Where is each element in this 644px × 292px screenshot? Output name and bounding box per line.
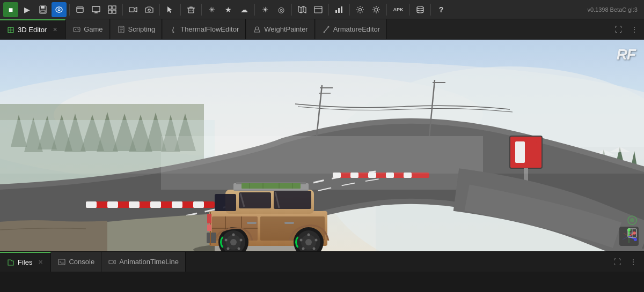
tab-menu-button[interactable]: ⋮ xyxy=(628,23,641,36)
svg-rect-15 xyxy=(129,8,134,12)
viewport-icon-1[interactable] xyxy=(627,215,638,226)
separator-9 xyxy=(349,4,350,16)
bottom-tab-animation-label: AnimationTimeLine xyxy=(119,258,179,266)
bottom-tab-files[interactable]: Files ✕ xyxy=(0,252,51,272)
tab-scripting-label: Scripting xyxy=(128,25,156,33)
tab-3d-editor-close[interactable]: ✕ xyxy=(52,26,58,34)
svg-rect-163 xyxy=(109,260,113,264)
svg-point-48 xyxy=(323,31,325,33)
separator-3 xyxy=(159,4,160,16)
svg-point-129 xyxy=(227,248,230,250)
select-button[interactable] xyxy=(163,2,178,17)
svg-point-45 xyxy=(173,31,174,33)
svg-rect-79 xyxy=(86,201,97,208)
svg-rect-80 xyxy=(107,201,118,208)
svg-rect-115 xyxy=(215,194,236,211)
svg-rect-140 xyxy=(207,233,216,243)
tab-game[interactable]: Game xyxy=(66,19,109,39)
tab-game-label: Game xyxy=(84,25,103,33)
svg-marker-22 xyxy=(298,6,306,13)
camera-view-button[interactable] xyxy=(52,2,67,17)
svg-rect-13 xyxy=(108,10,112,13)
fullscreen-button[interactable] xyxy=(72,2,87,17)
play-button[interactable]: ▶ xyxy=(19,2,34,17)
node-button[interactable]: ◎ xyxy=(274,2,289,17)
panel-menu-button[interactable]: ⋮ xyxy=(627,256,640,268)
viewport-icon-2[interactable] xyxy=(627,228,638,238)
camera-button[interactable] xyxy=(142,2,157,17)
tab-weight-label: WeightPainter xyxy=(264,25,308,33)
bottom-panel-end: ⛶ ⋮ xyxy=(606,252,644,272)
svg-rect-11 xyxy=(108,6,112,9)
bottom-panel: Files ✕ Console AnimationTimeLine ⛶ ⋮ xyxy=(0,251,644,272)
tab-3d-editor-label: 3D Editor xyxy=(18,26,47,34)
star-button[interactable]: ★ xyxy=(221,2,236,17)
grid-button[interactable] xyxy=(105,2,120,17)
svg-rect-84 xyxy=(193,201,204,208)
svg-point-128 xyxy=(238,248,240,250)
gear-button[interactable] xyxy=(353,2,368,17)
svg-line-47 xyxy=(324,27,328,32)
scripting-icon xyxy=(117,25,126,34)
svg-point-135 xyxy=(308,234,310,236)
record-button[interactable] xyxy=(126,2,141,17)
game-icon xyxy=(72,25,81,34)
svg-rect-143 xyxy=(207,224,211,231)
cloud-button[interactable]: ☁ xyxy=(237,2,252,17)
svg-rect-12 xyxy=(113,6,116,9)
tab-maximize-button[interactable]: ⛶ xyxy=(612,23,625,36)
tab-weight-painter[interactable]: WeightPainter xyxy=(246,19,314,39)
separator-7 xyxy=(291,4,292,16)
tab-armature-label: ArmatureEditor xyxy=(333,25,380,33)
help-button[interactable]: ? xyxy=(434,2,449,17)
svg-rect-1 xyxy=(41,6,45,9)
svg-rect-27 xyxy=(335,10,337,13)
svg-rect-8 xyxy=(92,6,100,12)
console-icon xyxy=(57,258,66,266)
svg-point-130 xyxy=(225,239,228,242)
svg-point-137 xyxy=(313,248,316,250)
svg-rect-145 xyxy=(161,136,483,190)
svg-point-49 xyxy=(327,26,329,27)
stop-button[interactable]: ■ xyxy=(3,2,18,17)
svg-rect-82 xyxy=(150,201,161,208)
bottom-tab-console[interactable]: Console xyxy=(51,252,101,272)
save-button[interactable] xyxy=(35,2,50,17)
apk-button[interactable]: APK xyxy=(390,2,407,17)
svg-rect-142 xyxy=(207,214,211,223)
svg-rect-28 xyxy=(338,8,340,13)
bottom-tab-console-label: Console xyxy=(69,258,94,266)
tab-scripting[interactable]: Scripting xyxy=(111,19,163,39)
svg-rect-120 xyxy=(247,222,257,224)
database-button[interactable] xyxy=(413,2,428,17)
svg-rect-36 xyxy=(74,27,80,32)
tab-3d-editor[interactable]: 3D Editor ✕ xyxy=(0,19,65,39)
window-button[interactable] xyxy=(311,2,326,17)
svg-rect-81 xyxy=(129,201,140,208)
sun-button[interactable]: ☀ xyxy=(258,2,273,17)
settings-button[interactable] xyxy=(369,2,384,17)
tab-thermal-label: ThermalFlowEditor xyxy=(180,25,239,33)
separator-8 xyxy=(328,4,329,16)
tab-armature[interactable]: ArmatureEditor xyxy=(316,19,387,39)
bottom-tab-animation[interactable]: AnimationTimeLine xyxy=(101,252,186,272)
delete-button[interactable] xyxy=(184,2,199,17)
svg-point-125 xyxy=(230,239,237,245)
svg-point-16 xyxy=(148,9,150,11)
separator-12 xyxy=(430,4,431,16)
panel-maximize-button[interactable]: ⛶ xyxy=(611,256,624,268)
svg-point-5 xyxy=(58,9,60,10)
tab-thermal-flow[interactable]: ThermalFlowEditor xyxy=(163,19,246,39)
map-button[interactable] xyxy=(295,2,310,17)
monitor-button[interactable] xyxy=(89,2,104,17)
svg-rect-121 xyxy=(284,222,294,224)
svg-rect-6 xyxy=(77,7,83,12)
svg-point-139 xyxy=(300,239,303,242)
particle-button[interactable]: ✳ xyxy=(204,2,219,17)
version-label: v0.1398 BetaC gl:3 xyxy=(587,6,638,13)
bottom-tab-files-label: Files xyxy=(18,258,32,266)
bottom-tab-files-close[interactable]: ✕ xyxy=(37,258,44,266)
scene-svg xyxy=(0,40,644,251)
viewport: RF xyxy=(0,40,644,251)
stats-button[interactable] xyxy=(332,2,347,17)
